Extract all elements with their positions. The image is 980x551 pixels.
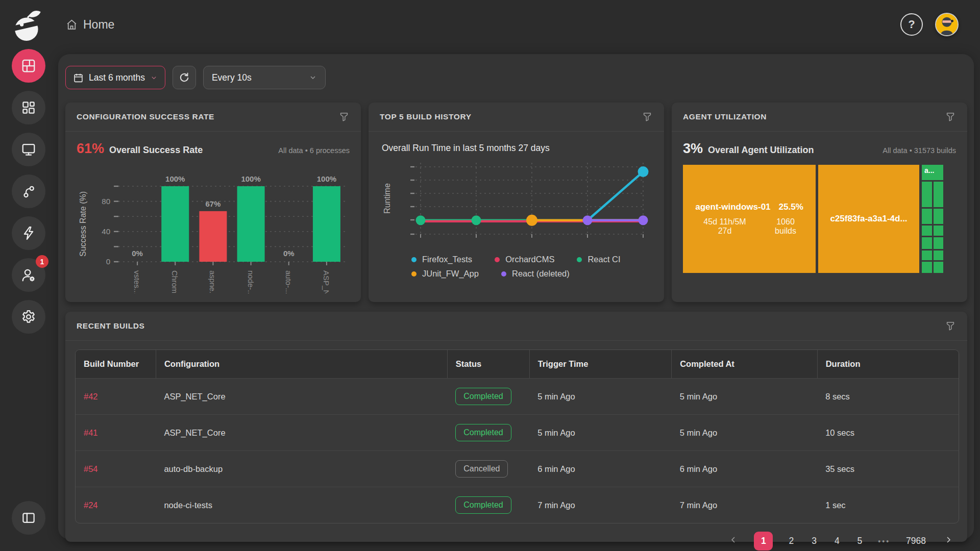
sidebar-item-user-management[interactable]: 1 <box>12 258 45 292</box>
filter-funnel-icon[interactable] <box>642 111 653 122</box>
refresh-interval-value: Every 10s <box>212 72 252 83</box>
pagination-next-button[interactable] <box>942 533 955 549</box>
treemap-small-cell[interactable] <box>922 262 932 273</box>
treemap-block-agent-windows-01[interactable]: agent-windows-01 25.5% 45d 11h/5M 27d 10… <box>683 165 816 273</box>
filter-funnel-icon[interactable] <box>338 111 350 122</box>
treemap-small-cell[interactable] <box>922 251 932 260</box>
legend-dot-icon <box>577 257 582 262</box>
legend-item-React (deleted)[interactable]: React (deleted) <box>501 269 570 279</box>
treemap-small-cell[interactable] <box>934 209 944 224</box>
status-badge: Completed <box>455 388 511 405</box>
card-body: Build Number Configuration Status Trigge… <box>65 341 967 550</box>
treemap-cell-row <box>922 209 943 224</box>
configuration-success-rate-card: CONFIGURATION SUCCESS RATE 61% Overall S… <box>65 103 361 302</box>
treemap-small-cell[interactable] <box>934 251 944 260</box>
data-point-React (deleted)[interactable] <box>639 215 648 225</box>
pagination-page-5[interactable]: 5 <box>855 534 865 548</box>
refresh-button[interactable] <box>173 66 196 89</box>
chevron-down-icon <box>309 73 317 82</box>
series-line-Firefox_Tests[interactable] <box>587 172 643 220</box>
svg-text:0%: 0% <box>283 249 295 258</box>
pagination-page-2[interactable]: 2 <box>787 534 796 548</box>
table-row[interactable]: #54auto-db-backupCancelled6 min Ago6 min… <box>76 451 959 487</box>
legend-item-JUnit_FW_App[interactable]: JUnit_FW_App <box>411 269 479 279</box>
bar-node-...[interactable] <box>237 186 265 262</box>
treemap-small-cell[interactable] <box>922 209 932 224</box>
pagination-page-1[interactable]: 1 <box>754 532 773 550</box>
table-row[interactable]: #41ASP_NET_CoreCompleted5 min Ago5 min A… <box>76 415 959 451</box>
pagination-page-3[interactable]: 3 <box>810 534 819 548</box>
overall-success-rate-value: 61% <box>77 141 104 157</box>
sidebar-item-settings[interactable] <box>12 300 45 334</box>
bar-ASP_N...[interactable] <box>313 186 340 262</box>
agent-utilization-treemap: agent-windows-01 25.5% 45d 11h/5M 27d 10… <box>683 165 956 273</box>
app-logo[interactable] <box>10 6 47 45</box>
agent-utilization-card: AGENT UTILIZATION 3% Overall Agent Utili… <box>672 103 967 302</box>
user-avatar[interactable] <box>935 13 959 36</box>
pagination-page-4[interactable]: 4 <box>832 534 842 548</box>
data-point-JUnit_FW_App[interactable] <box>526 215 537 226</box>
agent-name: a... <box>924 166 934 174</box>
data-point-Firefox_Tests[interactable] <box>638 166 649 177</box>
svg-text:node-...: node-... <box>247 270 255 293</box>
treemap-block-agent-2[interactable]: c25f83fa-a3a1-4d... <box>818 165 919 273</box>
legend-label: OrchardCMS <box>505 255 554 264</box>
treemap-small-cell[interactable] <box>922 237 932 249</box>
bar-aspne...[interactable] <box>199 211 227 262</box>
filter-funnel-icon[interactable] <box>945 111 956 122</box>
svg-text:Runtime: Runtime <box>383 183 391 214</box>
configuration-cell: node-ci-tests <box>156 487 447 523</box>
status-cell: Completed <box>447 379 529 415</box>
builds-table-body: #42ASP_NET_CoreCompleted5 min Ago5 min A… <box>76 379 959 523</box>
duration-cell: 10 secs <box>817 415 959 451</box>
treemap-small-cell[interactable] <box>934 226 944 236</box>
treemap-small-cell[interactable] <box>922 182 932 207</box>
filter-funnel-icon[interactable] <box>945 320 956 332</box>
sidebar-collapse-button[interactable] <box>12 501 45 535</box>
treemap-small-cell[interactable] <box>934 237 944 249</box>
lightning-bolt-icon <box>21 226 36 241</box>
trigger-time-cell: 7 min Ago <box>529 487 672 523</box>
status-badge: Cancelled <box>455 460 508 478</box>
data-point-React (deleted)[interactable] <box>583 215 593 225</box>
sidebar-item-applications[interactable] <box>12 91 45 124</box>
data-point-React CI[interactable] <box>472 215 481 225</box>
pagination-previous-button[interactable] <box>727 533 740 549</box>
svg-text:100%: 100% <box>241 174 260 183</box>
sidebar-item-actions[interactable] <box>12 216 45 250</box>
trigger-time-cell: 5 min Ago <box>529 415 672 451</box>
date-range-dropdown[interactable]: Last 6 months <box>65 66 165 89</box>
table-header-row: Build Number Configuration Status Trigge… <box>76 350 959 379</box>
calendar-icon <box>73 72 84 83</box>
data-scope-label: All data • 31573 builds <box>883 146 956 155</box>
dashboard-screen: 1 <box>0 0 980 551</box>
help-button[interactable]: ? <box>900 13 923 36</box>
legend-item-Firefox_Tests[interactable]: Firefox_Tests <box>411 255 472 264</box>
sidebar-item-environments[interactable] <box>12 133 45 166</box>
legend-item-React CI[interactable]: React CI <box>577 255 620 264</box>
treemap-small-block[interactable]: a... <box>922 165 943 180</box>
legend-label: JUnit_FW_App <box>422 269 479 279</box>
card-title: TOP 5 BUILD HISTORY <box>380 112 472 121</box>
card-header: RECENT BUILDS <box>65 312 967 341</box>
filter-toolbar: Last 6 months Every 10s <box>65 66 967 89</box>
legend-item-OrchardCMS[interactable]: OrchardCMS <box>495 255 554 264</box>
sidebar-item-dashboard[interactable] <box>12 49 45 83</box>
refresh-interval-select[interactable]: Every 10s <box>203 66 326 89</box>
headline: 61% Overall Success Rate All data • 6 pr… <box>77 141 350 157</box>
treemap-small-cell[interactable] <box>934 182 944 207</box>
status-badge: Completed <box>455 496 511 514</box>
table-row[interactable]: #24node-ci-testsCompleted7 min Ago7 min … <box>76 487 959 523</box>
table-row[interactable]: #42ASP_NET_CoreCompleted5 min Ago5 min A… <box>76 379 959 415</box>
bar-Chrom...[interactable] <box>161 186 189 262</box>
pagination-page-7968[interactable]: 7968 <box>904 534 928 548</box>
legend-dot-icon <box>495 257 500 262</box>
data-point-React CI[interactable] <box>416 215 426 225</box>
card-body: Overall Run Time in last 5 months 27 day… <box>369 132 664 302</box>
sidebar-item-pipelines[interactable] <box>12 174 45 208</box>
svg-text:100%: 100% <box>317 174 336 183</box>
treemap-small-cell[interactable] <box>934 262 944 273</box>
breadcrumb[interactable]: Home <box>65 18 114 32</box>
svg-text:0: 0 <box>106 257 110 266</box>
treemap-small-cell[interactable] <box>922 226 932 236</box>
